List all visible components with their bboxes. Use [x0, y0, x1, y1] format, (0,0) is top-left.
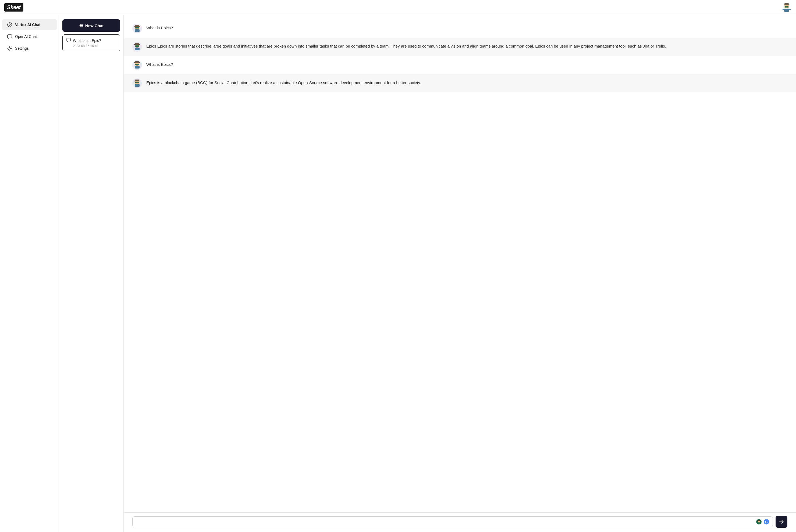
- svg-point-10: [7, 23, 12, 27]
- chat-list-panel: ⊕ New Chat What is an Epic? 2023-08-16 1…: [59, 15, 124, 532]
- svg-rect-37: [135, 64, 137, 65]
- gemini-icon: G: [763, 519, 770, 525]
- chat-bubble-icon: [67, 38, 71, 43]
- svg-rect-30: [136, 47, 138, 48]
- svg-rect-35: [135, 61, 139, 63]
- avatar-icon: [781, 2, 792, 13]
- chat-list-item[interactable]: What is an Epic? 2023-08-16 16:40: [62, 34, 120, 51]
- send-button[interactable]: [776, 516, 788, 528]
- svg-point-12: [9, 48, 11, 49]
- svg-rect-21: [136, 29, 138, 29]
- send-icon: [779, 519, 784, 524]
- svg-rect-39: [136, 65, 138, 66]
- svg-rect-53: [758, 520, 760, 521]
- chat-input-area: G: [124, 512, 796, 532]
- topbar: Skeet: [0, 0, 796, 15]
- svg-rect-48: [136, 83, 138, 84]
- svg-rect-9: [789, 9, 791, 10]
- svg-rect-22: [135, 29, 140, 32]
- ai-message-avatar: [132, 42, 142, 52]
- epics-icon: [756, 519, 762, 525]
- message-text: What is Epics?: [146, 24, 788, 32]
- sidebar-item-vertex-ai-chat-label: Vertex AI Chat: [15, 23, 40, 27]
- message-row: What is Epics?: [124, 19, 796, 38]
- svg-rect-26: [135, 43, 139, 44]
- svg-text:G: G: [765, 520, 767, 524]
- new-chat-plus-icon: ⊕: [79, 23, 83, 28]
- message-row: Epics is a blockchain game (BCG) for Soc…: [124, 74, 796, 92]
- user-message-avatar: [132, 24, 142, 33]
- svg-rect-11: [7, 35, 12, 38]
- svg-rect-7: [784, 8, 789, 12]
- new-chat-label: New Chat: [85, 23, 104, 28]
- sidebar-item-settings[interactable]: Settings: [2, 43, 57, 54]
- svg-rect-54: [758, 522, 760, 522]
- sidebar-item-vertex-ai-chat[interactable]: Vertex AI Chat: [2, 19, 57, 30]
- svg-rect-6: [785, 8, 788, 8]
- svg-rect-20: [138, 27, 139, 28]
- svg-rect-29: [138, 45, 139, 47]
- ai-message-avatar-2: [132, 78, 142, 88]
- app-logo: Skeet: [4, 3, 23, 12]
- svg-rect-31: [135, 48, 140, 50]
- vertex-icon: [7, 22, 12, 27]
- sidebar: Vertex AI Chat OpenAI Chat Settings: [0, 15, 59, 532]
- svg-rect-2: [784, 3, 789, 5]
- svg-rect-47: [138, 82, 139, 83]
- svg-rect-13: [67, 38, 70, 41]
- svg-rect-55: [758, 522, 759, 523]
- chat-item-title-row: What is an Epic?: [67, 38, 116, 43]
- chat-icon: [7, 34, 12, 39]
- message-text: Epics is a blockchain game (BCG) for Soc…: [146, 78, 788, 86]
- message-text: Epics Epics are stories that describe la…: [146, 42, 788, 50]
- chat-main: What is Epics?: [124, 15, 796, 532]
- sidebar-item-openai-chat[interactable]: OpenAI Chat: [2, 31, 57, 42]
- chat-messages: What is Epics?: [124, 15, 796, 512]
- message-row: Epics Epics are stories that describe la…: [124, 38, 796, 56]
- sidebar-item-openai-chat-label: OpenAI Chat: [15, 34, 37, 39]
- app-body: Vertex AI Chat OpenAI Chat Settings: [0, 15, 796, 532]
- new-chat-button[interactable]: ⊕ New Chat: [62, 19, 120, 32]
- svg-rect-4: [785, 6, 786, 7]
- svg-rect-5: [787, 6, 789, 7]
- svg-rect-38: [138, 64, 139, 65]
- chat-item-title-text: What is an Epic?: [73, 38, 101, 43]
- message-row: What is Epics?: [124, 56, 796, 74]
- svg-rect-46: [135, 82, 137, 83]
- chat-input-wrapper: G: [132, 516, 773, 527]
- svg-rect-17: [135, 25, 139, 26]
- sidebar-item-settings-label: Settings: [15, 46, 29, 51]
- svg-rect-49: [135, 84, 140, 87]
- user-avatar[interactable]: [781, 2, 792, 13]
- user-message-avatar-2: [132, 60, 142, 70]
- message-text: What is Epics?: [146, 60, 788, 68]
- svg-rect-8: [782, 9, 785, 10]
- input-icons: G: [756, 519, 770, 525]
- settings-icon: [7, 46, 12, 51]
- svg-rect-40: [135, 66, 140, 69]
- chat-item-date: 2023-08-16 16:40: [67, 44, 116, 48]
- chat-input[interactable]: [136, 520, 754, 524]
- svg-rect-28: [135, 45, 137, 47]
- svg-rect-19: [135, 27, 137, 28]
- svg-rect-44: [135, 79, 139, 81]
